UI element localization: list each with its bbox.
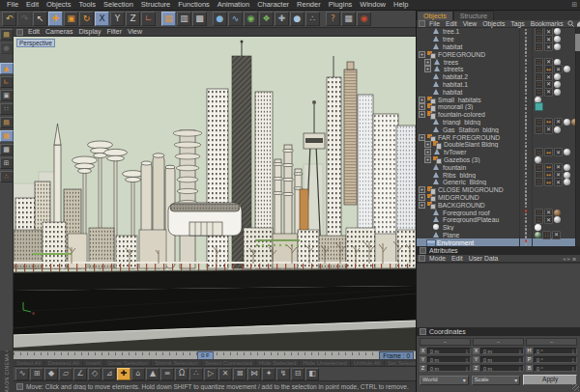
editor-visibility-dot[interactable] <box>525 89 528 92</box>
structure-tool-icon-14[interactable]: ▷ <box>204 368 218 380</box>
phong-tag-icon[interactable] <box>564 179 570 185</box>
render-visibility-dot[interactable] <box>525 182 528 185</box>
expander-icon[interactable]: + <box>419 97 425 103</box>
redo-icon[interactable]: ↷ <box>17 12 32 26</box>
coordinate-value-field[interactable]: 0 m↕ <box>480 365 524 372</box>
menubar-item-file[interactable]: File <box>3 0 22 10</box>
editor-visibility-dot[interactable] <box>525 29 528 32</box>
render-visibility-dot[interactable] <box>525 77 528 80</box>
phong-tag-icon[interactable] <box>554 28 561 35</box>
render-visibility-dot[interactable] <box>525 100 528 103</box>
structure-tool-icon-21[interactable]: ◧ <box>305 368 319 380</box>
menubar-item-tools[interactable]: Tools <box>74 0 100 10</box>
render-picture-viewer-icon[interactable]: ▥ <box>177 12 191 26</box>
object-mode-icon[interactable]: ⊞ <box>0 157 14 169</box>
structure-tool-icon-1[interactable]: ∿ <box>15 368 29 380</box>
objects-panel-menu-item-bookmarks[interactable]: Bookmarks <box>528 20 566 27</box>
viewport-menu-item-edit[interactable]: Edit <box>25 28 43 36</box>
visibility-dots[interactable] <box>519 28 532 36</box>
viewport-menu-item-view[interactable]: View <box>125 28 145 36</box>
expander-icon[interactable]: + <box>419 134 425 141</box>
structure-tool-icon-10[interactable]: ▲ <box>146 368 160 380</box>
menubar-item-window[interactable]: Window <box>356 0 390 10</box>
render-visibility-dot[interactable] <box>525 228 528 231</box>
visibility-dots[interactable] <box>519 73 532 81</box>
object-row[interactable]: tree∷✕ <box>417 36 580 43</box>
coordinate-value-field[interactable]: 0 m↕ <box>480 348 524 354</box>
render-visibility-dot[interactable] <box>525 160 528 163</box>
tree-scrollbar-thumb[interactable] <box>575 34 580 51</box>
visibility-dots[interactable] <box>519 163 532 171</box>
visibility-dots[interactable] <box>519 50 532 58</box>
editor-visibility-dot[interactable] <box>525 112 528 115</box>
menubar-item-functions[interactable]: Functions <box>174 0 214 10</box>
expander-icon[interactable]: + <box>419 103 425 110</box>
render-visibility-dot[interactable] <box>525 107 528 110</box>
y-axis-lock-icon[interactable]: Y <box>110 12 125 26</box>
visibility-dots[interactable] <box>519 88 532 96</box>
menubar-item-objects[interactable]: Objects <box>43 0 74 10</box>
render-visibility-dot[interactable] <box>525 220 528 223</box>
phong-tag-icon[interactable] <box>564 119 570 126</box>
render-visibility-dot[interactable] <box>525 123 528 126</box>
snap-settings-icon[interactable]: ∴ <box>0 171 14 182</box>
editor-visibility-dot[interactable] <box>525 67 528 70</box>
attributes-menu-item-mode[interactable]: Mode <box>426 255 449 262</box>
render-visibility-dot[interactable] <box>525 55 528 58</box>
phong-tag-icon[interactable] <box>535 156 541 163</box>
editor-visibility-dot[interactable] <box>525 142 528 145</box>
visibility-dots[interactable] <box>519 224 532 232</box>
structure-tool-icon-11[interactable]: ≡ <box>160 368 174 380</box>
add-scene-object-icon[interactable]: ● <box>290 12 304 26</box>
structure-tool-icon-18[interactable]: ✦ <box>262 368 276 380</box>
add-generator-icon[interactable]: ◉ <box>244 12 258 26</box>
expander-icon[interactable]: + <box>424 59 431 66</box>
structure-tool-icon-4[interactable]: ▱ <box>59 368 72 380</box>
editor-visibility-dot[interactable] <box>525 126 528 129</box>
visibility-dots[interactable] <box>519 111 532 119</box>
stepper-icon[interactable]: ↕ <box>518 357 522 362</box>
render-visibility-dot[interactable] <box>525 93 528 96</box>
coordinate-value-field[interactable]: 0 m↕ <box>480 356 524 363</box>
object-row[interactable]: +monorail (3) <box>417 103 580 111</box>
viewport-menu-item-cameras[interactable]: Cameras <box>43 28 75 36</box>
phong-tag-icon[interactable] <box>554 36 561 42</box>
make-editable-icon[interactable]: ▲ <box>0 63 14 74</box>
object-row[interactable]: tree.1∷✕ <box>417 28 580 36</box>
expander-icon[interactable]: + <box>419 51 425 58</box>
render-visibility-dot[interactable] <box>525 176 528 179</box>
menubar-item-help[interactable]: Help <box>390 0 412 10</box>
point-mode-icon[interactable]: ∷ <box>0 103 14 115</box>
coordinate-column-header-3[interactable]: – <box>526 338 577 346</box>
object-row[interactable]: Foreground roof∷✕ <box>417 209 580 216</box>
render-region-icon[interactable]: ● <box>0 42 14 54</box>
coordinate-value-field[interactable]: 0 m↕ <box>427 365 471 372</box>
visibility-dots[interactable] <box>519 194 532 202</box>
editor-visibility-dot[interactable] <box>525 37 528 40</box>
objects-menu-icon[interactable] <box>419 20 425 27</box>
attributes-menu-icon[interactable] <box>419 255 425 262</box>
stepper-icon[interactable]: ↕ <box>465 357 469 362</box>
expander-icon[interactable]: + <box>424 156 431 163</box>
visibility-dots[interactable] <box>519 81 532 89</box>
structure-tool-icon-9[interactable]: ⌂ <box>131 368 145 380</box>
render-visibility-dot[interactable] <box>525 153 528 155</box>
menubar-item-edit[interactable]: Edit <box>22 0 43 10</box>
render-visibility-dot[interactable] <box>525 138 528 141</box>
z-axis-lock-icon[interactable]: Z <box>126 12 140 26</box>
visibility-dots[interactable] <box>519 66 532 73</box>
editor-visibility-dot[interactable] <box>525 43 528 46</box>
visibility-dots[interactable] <box>519 186 532 194</box>
coordinate-value-field[interactable]: 0 °↕ <box>534 348 577 354</box>
object-row[interactable]: +BACKGROUND <box>417 201 580 209</box>
structure-tool-icon-6[interactable]: ◇ <box>88 368 102 380</box>
menubar-item-render[interactable]: Render <box>293 0 325 10</box>
object-row[interactable]: fountain∷↔✕ <box>417 163 580 171</box>
viewport-canvas[interactable]: x Perspective <box>14 37 416 350</box>
add-primitive-icon[interactable]: ● <box>213 12 227 26</box>
render-visibility-dot[interactable] <box>525 63 528 66</box>
structure-tool-icon-17[interactable]: ⋈ <box>247 368 261 380</box>
render-visibility-dot[interactable] <box>525 190 528 193</box>
x-axis-lock-icon[interactable]: X <box>95 12 109 26</box>
visibility-dots[interactable] <box>519 179 532 186</box>
